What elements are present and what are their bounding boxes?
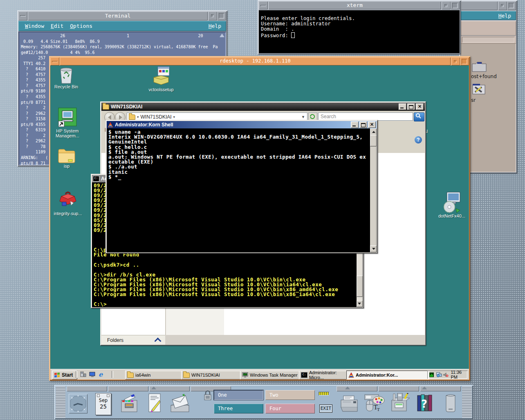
panel-handle-left[interactable] [56, 386, 65, 418]
printer-launcher-icon[interactable] [339, 395, 359, 413]
desktop-icon-recycle-bin[interactable]: Recycle Bin [54, 66, 79, 89]
close-button[interactable] [416, 103, 424, 110]
workspace-button-one[interactable]: One [214, 390, 263, 400]
trash-launcher-icon[interactable] [444, 394, 457, 413]
file-label[interactable]: sr [471, 97, 476, 103]
subpanel-tab[interactable] [378, 386, 419, 391]
close-button[interactable] [368, 121, 376, 128]
minimize-button[interactable] [351, 121, 359, 128]
breadcrumb-chevron-icon[interactable]: ▾ [137, 115, 139, 119]
korn-titlebar[interactable]: Administrator:Korn Shell [107, 121, 377, 128]
maximize-button[interactable] [451, 1, 460, 9]
search-button[interactable] [414, 112, 424, 121]
calendar-control[interactable]: Sep 25 [95, 393, 111, 415]
lock-button[interactable] [203, 390, 213, 402]
taskbar-task-administrator-cmd[interactable]: C: Administrator: Micro... [299, 371, 349, 380]
workspace-button-three[interactable]: Three [214, 404, 263, 413]
subpanel-tab[interactable] [108, 386, 148, 391]
applications-launcher-icon[interactable] [389, 393, 410, 413]
menu-edit[interactable]: Edit [51, 23, 63, 29]
rdesktop-titlebar[interactable]: rdesktop - 192.168.1.110 [50, 57, 469, 65]
korn-output[interactable]: $ uname -a Interix WIN-DV2G07HE4UX 6.0 1… [107, 128, 377, 252]
address-dropdown-icon[interactable]: ▼ [301, 115, 305, 119]
start-button[interactable]: Start [52, 371, 77, 380]
quicklaunch-show-desktop-icon[interactable] [89, 371, 96, 377]
maximize-button[interactable] [217, 11, 226, 20]
cpu-meter-tray-icon[interactable] [429, 372, 434, 377]
search-input[interactable]: Search [318, 112, 413, 121]
icon-label: dotNetFx40... [436, 213, 468, 218]
menu-window[interactable]: Window [25, 23, 44, 29]
minimize-button[interactable] [442, 1, 451, 9]
desktop-icon-hp-system-management[interactable]: HP System Managem... [53, 107, 82, 138]
minimize-button[interactable] [451, 57, 460, 65]
window-menu-button[interactable] [18, 11, 27, 20]
notes-launcher-icon[interactable] [147, 393, 162, 414]
scroll-down-button[interactable] [370, 245, 377, 252]
desktop-icon-isp[interactable]: isp [54, 147, 79, 168]
file-manager-launcher-icon[interactable] [120, 394, 139, 413]
terminal-titlebar[interactable]: Terminal [18, 11, 226, 20]
workspace-button-four[interactable]: Four [265, 404, 315, 413]
mail-launcher-icon[interactable] [169, 394, 191, 413]
scroll-up-icon[interactable] [220, 34, 224, 37]
tray-clock[interactable]: 11:36 PM [451, 370, 468, 380]
file-label[interactable]: ost+found [471, 74, 497, 79]
scrollbar-thumb[interactable] [357, 276, 363, 297]
menu-help[interactable]: Help [498, 13, 511, 19]
xterm-output[interactable]: Please enter login credentials. Username… [259, 10, 460, 53]
minimize-button[interactable] [399, 103, 406, 110]
desktop-icon-integrity-support[interactable]: integrity-sup... [52, 189, 84, 216]
desktop-icon-vctoolssetup[interactable]: vctoolssetup [144, 66, 179, 92]
subpanel-arrow-icon[interactable] [422, 386, 427, 389]
network-tray-icon[interactable] [436, 372, 442, 377]
subpanel-arrow-icon[interactable] [151, 386, 156, 389]
help-button[interactable]: ? [415, 136, 422, 144]
maximize-button[interactable] [407, 103, 415, 110]
scroll-down-button[interactable] [357, 300, 363, 307]
clock-control[interactable] [69, 394, 88, 413]
taskbar-task-ia64win[interactable]: ia64win [125, 371, 184, 380]
taskbar-task-administrator-korn[interactable]: Administrator:Kor... [346, 371, 429, 380]
breadcrumb-chevron-icon[interactable]: ▾ [173, 115, 175, 119]
minimize-button[interactable] [498, 1, 507, 10]
volume-muted-tray-icon[interactable] [443, 372, 449, 377]
xterm-titlebar[interactable]: xterm [259, 1, 460, 9]
window-menu-button[interactable] [50, 57, 59, 65]
taskbar-task-task-manager[interactable]: Windows Task Manager [240, 371, 301, 380]
scrollbar-thumb[interactable] [370, 135, 377, 146]
folders-band[interactable]: Folders [101, 335, 165, 345]
folder-icon[interactable] [472, 61, 487, 72]
workspace-button-two[interactable]: Two [265, 390, 315, 400]
menu-help[interactable]: Help [209, 23, 221, 29]
maximize-button[interactable] [359, 121, 367, 128]
desktop-icon-dotnetfx[interactable]: dotNetFx40... [436, 191, 468, 218]
window-menu-button[interactable] [259, 1, 268, 9]
address-text[interactable]: WIN71SDKIAI [141, 114, 172, 120]
subpanel-tab[interactable] [67, 386, 107, 391]
maximize-button[interactable] [460, 57, 469, 65]
help-launcher-icon[interactable]: ? [416, 393, 435, 413]
scroll-up-button[interactable] [370, 128, 377, 135]
collapse-chevron-icon[interactable] [155, 337, 162, 344]
korn-scrollbar[interactable] [370, 128, 377, 252]
file-manager-titlebar[interactable] [460, 1, 516, 10]
windows-desktop[interactable]: Recycle Bin vctoolssetup [50, 65, 469, 380]
panel-handle-right[interactable] [462, 386, 472, 418]
exit-button[interactable]: EXIT [319, 404, 332, 413]
menu-options[interactable]: Options [70, 23, 92, 29]
subpanel-arrow-icon[interactable] [345, 386, 350, 389]
rdesktop-window[interactable]: rdesktop - 192.168.1.110 Recycle Bin [49, 56, 470, 381]
taskbar-task-win71sdkiai[interactable]: WIN71SDKIAI [181, 371, 242, 380]
explorer-titlebar[interactable]: WIN71SDKIAI [101, 103, 425, 111]
style-manager-launcher-icon[interactable]: T T [364, 394, 385, 413]
tool-file-icon[interactable] [472, 83, 486, 95]
quicklaunch-internet-explorer-icon[interactable]: e [99, 371, 105, 378]
xterm-window[interactable]: xterm Please enter login credentials. Us… [258, 0, 461, 54]
quicklaunch-server-icon[interactable] [80, 371, 86, 377]
maximize-button[interactable] [507, 1, 516, 10]
subpanel-tab[interactable] [337, 386, 377, 391]
korn-shell-window[interactable]: Administrator:Korn Shell $ uname -a Inte… [105, 120, 378, 254]
file-manager-pathbar[interactable] [460, 36, 516, 43]
minimize-button[interactable] [208, 11, 217, 20]
